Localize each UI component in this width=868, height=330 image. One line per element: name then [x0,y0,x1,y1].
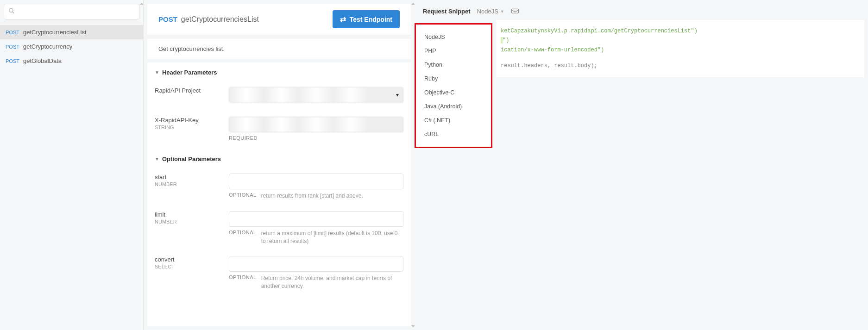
code-line: result [554,62,574,69]
param-help: return a maximum of [limit] results (def… [261,230,403,245]
copy-icon[interactable] [511,7,519,15]
section-title: Header Parameters [162,69,217,76]
language-option[interactable]: NodeJS [416,30,491,44]
param-name: X-RapidAPI-Key [155,117,229,124]
param-type: SELECT [155,264,229,269]
language-option[interactable]: Ruby [416,72,491,86]
search-input[interactable] [4,4,139,19]
param-type: STRING [155,125,229,130]
endpoint-list: POST getCryptocurrenciesList POST getCry… [0,25,143,68]
scroll-up-icon[interactable] [140,3,144,5]
language-option[interactable]: cURL [416,127,491,141]
endpoints-sidebar: POST getCryptocurrenciesList POST getCry… [0,0,144,330]
endpoint-item[interactable]: POST getGlobalData [0,54,143,68]
optional-params-section[interactable]: ▼ Optional Parameters [147,149,411,169]
language-option[interactable]: C# (.NET) [416,113,491,127]
search-icon [8,8,15,16]
language-option[interactable]: Java (Android) [416,100,491,113]
code-line: ") [503,37,509,44]
param-help: Return price, 24h volume, and market cap… [261,274,403,290]
param-row: RapidAPI Project xxxxxxxxxxxxxxxxxxxxxxx… [147,82,411,105]
param-row: limit NUMBER OPTIONAL return a maximum o… [147,206,411,247]
param-name: limit [155,211,229,218]
endpoint-item[interactable]: POST getCryptocurrenciesList [0,25,143,39]
param-help: return results from rank [start] and abo… [261,192,363,200]
start-input[interactable] [229,174,403,189]
language-dropdown-menu: NodeJS PHP Python Ruby Objective-C Java … [415,23,492,148]
svg-rect-2 [511,9,518,13]
language-option[interactable]: PHP [416,44,491,58]
endpoint-description: Get cryptocurrencies list. [147,39,411,59]
endpoint-title: POST getCryptocurrenciesList [158,15,259,24]
test-endpoint-button[interactable]: ⇄ Test Endpoint [333,10,400,28]
endpoint-panel: POST getCryptocurrenciesList ⇄ Test Endp… [144,0,415,330]
swap-icon: ⇄ [340,15,346,24]
code-line: result [501,62,521,69]
language-option[interactable]: Objective-C [416,86,491,100]
param-row: X-RapidAPI-Key STRING xxxxxxxxxxxxxxxxxx… [147,112,411,143]
param-badge: REQUIRED [229,135,258,141]
snippet-title: Request Snippet [423,8,471,15]
param-type: NUMBER [155,219,229,224]
chevron-down-icon: ▼ [500,9,504,14]
convert-input[interactable] [229,256,403,272]
endpoint-name: getCryptocurrency [23,43,72,50]
rapidapi-key-input[interactable]: xxxxxxxxxxxxxxxxxxxxxxxxxxxxxxxxxxxxxxxx… [229,117,403,132]
endpoint-name-heading: getCryptocurrenciesList [181,15,259,24]
method-badge: POST [6,30,19,35]
method-badge: POST [6,58,19,64]
svg-point-0 [9,8,13,12]
param-badge: OPTIONAL [229,274,257,280]
param-badge: OPTIONAL [229,192,257,198]
svg-line-1 [13,12,14,13]
param-row: convert SELECT OPTIONAL Return price, 24… [147,251,411,292]
limit-input[interactable] [229,211,403,227]
code-snippet: ketCapzakutynskyV1.p.rapidapi.com/getCry… [496,20,864,77]
endpoint-name: getGlobalData [23,57,62,64]
param-name: RapidAPI Project [155,87,229,94]
method-badge: POST [158,15,177,23]
code-line: ication/x-www-form-urlencoded") [501,47,604,53]
test-endpoint-label: Test Endpoint [350,16,392,23]
snippet-panel: Request Snippet NodeJS ▼ NodeJS PHP Pyth… [415,0,868,330]
code-line: .headers, [521,62,554,69]
code-line: .body); [574,62,597,69]
code-line: ketCapzakutynskyV1.p.rapidapi.com/getCry… [501,28,698,34]
param-row: start NUMBER OPTIONAL return results fro… [147,169,411,202]
param-badge: OPTIONAL [229,230,257,235]
param-name: convert [155,256,229,263]
language-option[interactable]: Python [416,58,491,72]
header-params-section[interactable]: ▼ Header Parameters [147,62,411,82]
selected-language: NodeJS [477,8,498,15]
param-type: NUMBER [155,181,229,187]
endpoint-name: getCryptocurrenciesList [23,29,87,36]
language-dropdown[interactable]: NodeJS ▼ [477,8,504,15]
caret-down-icon: ▼ [155,70,159,75]
method-badge: POST [6,44,19,50]
rapidapi-project-select[interactable]: xxxxxxxxxxxxxxxxxxxxxxxxxxxxxxxxxxxxxxxx [229,87,403,103]
caret-down-icon: ▼ [155,156,159,162]
endpoint-item[interactable]: POST getCryptocurrency [0,39,143,54]
section-title: Optional Parameters [162,156,221,162]
param-name: start [155,174,229,181]
